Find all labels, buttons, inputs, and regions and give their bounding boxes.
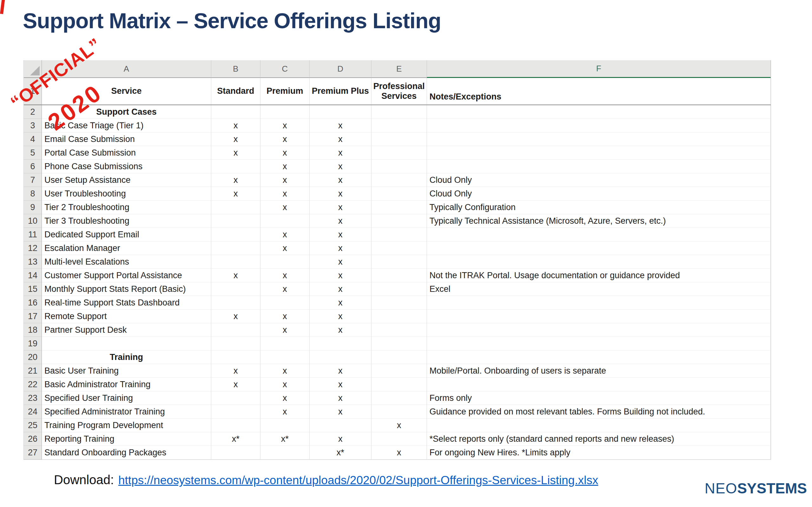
professional-cell[interactable] <box>371 173 427 187</box>
premium-cell[interactable]: x <box>260 187 310 201</box>
professional-cell[interactable] <box>371 432 427 446</box>
professional-cell[interactable] <box>371 146 427 160</box>
standard-cell[interactable]: x <box>211 173 260 187</box>
notes-cell[interactable]: Excel <box>427 282 771 296</box>
row-number[interactable]: 6 <box>24 160 42 173</box>
standard-cell[interactable] <box>211 296 260 309</box>
standard-cell[interactable]: x <box>211 187 260 201</box>
premium-plus-cell[interactable]: x <box>310 405 371 418</box>
premium-plus-cell[interactable]: x <box>310 146 371 160</box>
standard-cell[interactable] <box>211 105 260 119</box>
notes-cell[interactable]: *Select reports only (standard canned re… <box>427 432 771 446</box>
service-cell[interactable]: Training <box>42 350 211 364</box>
professional-cell[interactable] <box>371 105 427 119</box>
professional-cell[interactable]: x <box>371 418 427 432</box>
notes-cell[interactable]: Typically Configuration <box>427 201 771 214</box>
service-cell[interactable]: Multi-level Escalations <box>42 255 211 269</box>
premium-cell[interactable] <box>260 418 310 432</box>
premium-plus-header-cell[interactable]: Premium Plus <box>310 78 371 105</box>
column-header-e[interactable]: E <box>371 60 427 78</box>
standard-cell[interactable] <box>211 391 260 405</box>
professional-cell[interactable] <box>371 255 427 269</box>
row-number[interactable]: 16 <box>24 296 42 309</box>
premium-cell[interactable]: x <box>260 132 310 146</box>
row-number[interactable]: 3 <box>24 119 42 132</box>
row-number[interactable]: 17 <box>24 309 42 323</box>
service-cell[interactable]: Partner Support Desk <box>42 323 211 337</box>
premium-cell[interactable] <box>260 255 310 269</box>
row-number[interactable]: 20 <box>24 350 42 364</box>
service-cell[interactable]: Specified User Training <box>42 391 211 405</box>
row-number[interactable]: 4 <box>24 132 42 146</box>
premium-cell[interactable]: x <box>260 119 310 132</box>
premium-cell[interactable] <box>260 337 310 350</box>
premium-cell[interactable]: x <box>260 241 310 255</box>
professional-cell[interactable] <box>371 391 427 405</box>
notes-cell[interactable] <box>427 378 771 391</box>
notes-cell[interactable]: For ongoing New Hires. *Limits apply <box>427 446 771 459</box>
standard-cell[interactable] <box>211 350 260 364</box>
premium-cell[interactable]: x <box>260 364 310 378</box>
premium-plus-cell[interactable]: x <box>310 432 371 446</box>
premium-cell[interactable]: x* <box>260 432 310 446</box>
premium-cell[interactable]: x <box>260 160 310 173</box>
service-cell[interactable]: Email Case Submission <box>42 132 211 146</box>
premium-cell[interactable] <box>260 105 310 119</box>
row-number[interactable]: 24 <box>24 405 42 418</box>
standard-cell[interactable] <box>211 282 260 296</box>
premium-plus-cell[interactable]: x <box>310 269 371 282</box>
premium-plus-cell[interactable]: x <box>310 132 371 146</box>
row-number[interactable]: 8 <box>24 187 42 201</box>
standard-cell[interactable]: x <box>211 269 260 282</box>
professional-cell[interactable] <box>371 296 427 309</box>
standard-cell[interactable] <box>211 405 260 418</box>
standard-cell[interactable] <box>211 418 260 432</box>
standard-cell[interactable] <box>211 228 260 241</box>
premium-plus-cell[interactable]: x <box>310 160 371 173</box>
standard-cell[interactable] <box>211 214 260 228</box>
premium-plus-cell[interactable]: x <box>310 241 371 255</box>
standard-cell[interactable]: x <box>211 132 260 146</box>
premium-cell[interactable]: x <box>260 282 310 296</box>
service-cell[interactable]: Reporting Training <box>42 432 211 446</box>
notes-cell[interactable]: Forms only <box>427 391 771 405</box>
standard-cell[interactable] <box>211 241 260 255</box>
premium-cell[interactable]: x <box>260 269 310 282</box>
notes-cell[interactable] <box>427 418 771 432</box>
row-number[interactable]: 7 <box>24 173 42 187</box>
service-cell[interactable]: Tier 2 Troubleshooting <box>42 201 211 214</box>
row-number[interactable]: 18 <box>24 323 42 337</box>
column-header-d[interactable]: D <box>310 60 371 78</box>
premium-plus-cell[interactable]: x <box>310 201 371 214</box>
premium-plus-cell[interactable]: x <box>310 309 371 323</box>
premium-plus-cell[interactable]: x* <box>310 446 371 459</box>
professional-cell[interactable] <box>371 214 427 228</box>
professional-cell[interactable] <box>371 364 427 378</box>
premium-cell[interactable] <box>260 214 310 228</box>
row-number[interactable]: 10 <box>24 214 42 228</box>
professional-services-header-cell[interactable]: Professional Services <box>371 78 427 105</box>
row-number[interactable]: 9 <box>24 201 42 214</box>
column-header-b[interactable]: B <box>211 60 260 78</box>
premium-cell[interactable]: x <box>260 378 310 391</box>
service-cell[interactable]: Escalation Manager <box>42 241 211 255</box>
premium-plus-cell[interactable]: x <box>310 214 371 228</box>
notes-cell[interactable] <box>427 296 771 309</box>
notes-cell[interactable]: Guidance provided on most relevant table… <box>427 405 771 418</box>
premium-plus-cell[interactable] <box>310 105 371 119</box>
service-cell[interactable]: Tier 3 Troubleshooting <box>42 214 211 228</box>
notes-cell[interactable] <box>427 323 771 337</box>
row-number[interactable]: 19 <box>24 337 42 350</box>
premium-cell[interactable]: x <box>260 228 310 241</box>
service-cell[interactable]: Basic User Training <box>42 364 211 378</box>
service-cell[interactable] <box>42 337 211 350</box>
professional-cell[interactable] <box>371 201 427 214</box>
standard-cell[interactable]: x <box>211 119 260 132</box>
premium-cell[interactable]: x <box>260 405 310 418</box>
professional-cell[interactable] <box>371 269 427 282</box>
premium-plus-cell[interactable] <box>310 418 371 432</box>
premium-plus-cell[interactable]: x <box>310 296 371 309</box>
row-number[interactable]: 14 <box>24 269 42 282</box>
row-number[interactable]: 21 <box>24 364 42 378</box>
service-cell[interactable]: Standard Onboarding Packages <box>42 446 211 459</box>
